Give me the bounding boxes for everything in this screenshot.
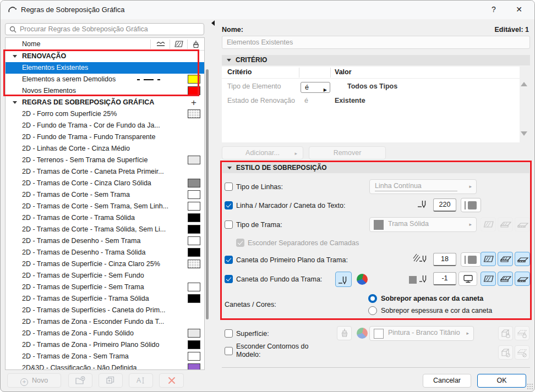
search-input[interactable] <box>20 24 201 34</box>
override-style-section-header[interactable]: ESTILO DE SOBREPOSIÇÃO <box>222 163 529 173</box>
drafting-fills-toggle-active[interactable] <box>515 272 530 286</box>
list-item-row[interactable]: 2D - Tramas de Corte - Sem Trama <box>6 189 204 201</box>
list-item-row[interactable]: 2D - Tramas de Corte - Trama Sólida, Sem… <box>6 224 204 235</box>
hide-skin-separators-checkbox[interactable] <box>236 239 244 247</box>
drafting-fills-toggle-active[interactable] <box>515 252 530 266</box>
add-rule-icon[interactable]: + <box>191 97 196 108</box>
override-weight-color-radio[interactable] <box>368 306 377 315</box>
fill-bg-pen-checkbox[interactable] <box>225 275 233 283</box>
line-pen-color-button[interactable] <box>461 198 481 212</box>
criteria-section-header[interactable]: CRITÉRIO <box>222 55 530 65</box>
override-color-only-radio[interactable] <box>368 294 377 303</box>
name-column-header[interactable]: Nome <box>22 40 40 48</box>
line-type-checkbox[interactable] <box>225 183 233 191</box>
remove-criterion-button[interactable]: Remover <box>309 146 386 159</box>
list-item-row[interactable]: 2D - Tramas de Desenho - Sem Trama <box>6 235 204 247</box>
ok-button[interactable]: OK <box>477 374 526 388</box>
list-item-row[interactable]: 2D - Fundo de Trama - Cor de Fundo da Ja… <box>6 120 204 131</box>
cover-fills-toggle-active[interactable] <box>498 252 513 266</box>
rule-color-swatch <box>188 260 200 268</box>
new-group-button[interactable] <box>68 373 92 388</box>
fill-type-dropdown[interactable]: Trama Sólida ▸ <box>369 217 477 232</box>
cancel-button[interactable]: Cancelar <box>423 374 471 388</box>
surface-cut-lock-button[interactable] <box>498 326 513 340</box>
fill-fg-pen-number-field[interactable]: 18 <box>433 253 456 266</box>
list-item-row[interactable]: 2D - Tramas de Zona - Sem Trama <box>6 351 204 362</box>
list-item-row[interactable]: Novos Elementos <box>6 85 204 97</box>
contours-cut-off-button[interactable] <box>498 345 513 360</box>
surface-checkbox[interactable] <box>225 329 233 338</box>
line-pen-checkbox[interactable] <box>225 201 233 209</box>
list-item-row[interactable]: 2D - Tramas de Corte - Trama Sólida <box>6 212 204 224</box>
collapse-arrow-icon[interactable] <box>13 55 17 58</box>
collapse-arrow-icon[interactable] <box>13 101 17 104</box>
new-rule-button[interactable]: +Novo <box>7 373 61 388</box>
delete-rule-button[interactable] <box>159 373 184 388</box>
fill-type-label: Tipo de Trama: <box>236 221 282 229</box>
cut-fills-toggle-active[interactable] <box>481 272 496 286</box>
add-criterion-button[interactable]: Adicionar... ▸ <box>222 146 303 159</box>
criteria-row[interactable]: Estado de Renovação é Existente <box>222 95 520 108</box>
fill-fg-pen-checkbox[interactable] <box>225 256 233 264</box>
line-type-dropdown[interactable]: Linha Contínua ▸ <box>369 179 477 194</box>
scroll-down-icon[interactable] <box>521 131 527 136</box>
color-wheel-icon[interactable] <box>357 328 368 339</box>
list-item-row[interactable]: 2D - Terrenos - Sem Trama de Superfície <box>6 154 204 166</box>
line-type-column-icon[interactable] <box>156 40 166 48</box>
color-wheel-icon[interactable] <box>357 274 368 285</box>
line-pen-label: Linha / Marcador / Caneta do Texto: <box>236 202 346 209</box>
contours-cover-off-button[interactable] <box>515 345 529 360</box>
list-item-row[interactable]: 2D - Tramas de Zona - Primeiro Plano Sól… <box>6 339 204 351</box>
cut-fills-toggle[interactable] <box>481 217 496 231</box>
fill-fg-pen-color-button[interactable] <box>461 252 481 267</box>
help-button[interactable]: ? <box>482 1 506 19</box>
close-button[interactable]: ✕ <box>507 1 531 19</box>
cut-fills-toggle-active[interactable] <box>481 252 496 266</box>
list-item-row[interactable]: 2D - Tramas de Superfície - Cinza Claro … <box>6 258 204 270</box>
fill-type-checkbox[interactable] <box>225 220 233 229</box>
scroll-up-icon[interactable] <box>521 82 527 86</box>
list-item-row[interactable]: 2D - Tramas de Superfície - Sem Fundo <box>6 270 204 281</box>
list-item-row[interactable]: 2D - Tramas de Zona - Esconder Fundo da … <box>6 316 204 328</box>
list-item-row[interactable]: 2D&3D - Classificação - Não Definida <box>6 362 204 370</box>
list-header[interactable]: Nome <box>6 38 204 51</box>
cover-fills-toggle[interactable] <box>498 217 513 231</box>
list-item-row[interactable]: 2D - Forro com Superfície 25% <box>6 108 204 120</box>
list-item-row[interactable]: 2D - Linhas de Corte - Cinza Médio <box>6 143 204 154</box>
drafting-fills-toggle[interactable] <box>515 217 530 231</box>
list-scrollbar-thumb[interactable] <box>206 69 209 319</box>
list-item-row[interactable]: 2D - Tramas de Superfície - Trama Sólida <box>6 293 204 305</box>
surface-swatch <box>374 329 384 339</box>
resize-grip[interactable] <box>527 383 533 390</box>
bg-pen-mode-toggle[interactable] <box>335 272 352 287</box>
screen-only-button[interactable] <box>458 272 477 286</box>
list-item-row[interactable]: Elementos a serem Demolidos <box>6 74 204 85</box>
list-item-row[interactable]: 2D - Tramas de Superfície - Sem Trama <box>6 281 204 293</box>
list-item-row[interactable]: 2D - Tramas de Desenho - Trama Sólida <box>6 247 204 258</box>
operator-dropdown[interactable]: é ▶ <box>301 82 330 93</box>
cover-fills-toggle-active[interactable] <box>498 272 513 286</box>
surface-paint-button[interactable] <box>337 326 352 340</box>
list-item-row[interactable]: 2D - Tramas de Superfícies - Caneta do P… <box>6 305 204 316</box>
list-item-row[interactable]: Elementos Existentes <box>6 62 204 74</box>
rule-name-field[interactable]: Elementos Existentes <box>222 36 530 49</box>
line-pen-number-field[interactable]: 220 <box>433 198 456 212</box>
fill-bg-pen-number-field[interactable]: -1 <box>433 272 456 285</box>
list-group-row[interactable]: REGRAS DE SOBREPOSIÇÃO GRÁFICA+ <box>6 97 204 108</box>
hide-contours-checkbox[interactable] <box>225 347 233 355</box>
list-item-row[interactable]: 2D - Tramas de Corte - Sem Trama, Sem Li… <box>6 201 204 212</box>
list-item-row[interactable]: 2D - Tramas de Corte - Cinza Claro Sólid… <box>6 178 204 189</box>
fill-bg-pen-label: Caneta do Fundo da Trama: <box>236 275 322 283</box>
surface-column-icon[interactable] <box>191 40 201 48</box>
duplicate-rule-button[interactable] <box>99 373 123 388</box>
surface-dropdown[interactable]: Pintura - Branco Titânio ▸ <box>369 326 474 341</box>
fill-type-column-icon[interactable] <box>174 40 184 48</box>
list-item-row[interactable]: 2D - Tramas de Corte - Caneta Preta Prim… <box>6 166 204 178</box>
rename-rule-button[interactable]: A <box>129 373 153 388</box>
criteria-row[interactable]: Tipo de Elemento é ▶ Todos os Tipos <box>222 81 520 94</box>
list-item-row[interactable]: 2D - Tramas de Zona - Fundo Sólido <box>6 328 204 339</box>
list-group-row[interactable]: RENOVAÇÃO <box>6 51 204 62</box>
surface-cover-lock-button[interactable] <box>515 326 529 340</box>
list-item-row[interactable]: 2D - Fundo de Trama - Fundo Transparente <box>6 131 204 143</box>
panel-splitter-collapse-icon[interactable] <box>211 20 215 26</box>
